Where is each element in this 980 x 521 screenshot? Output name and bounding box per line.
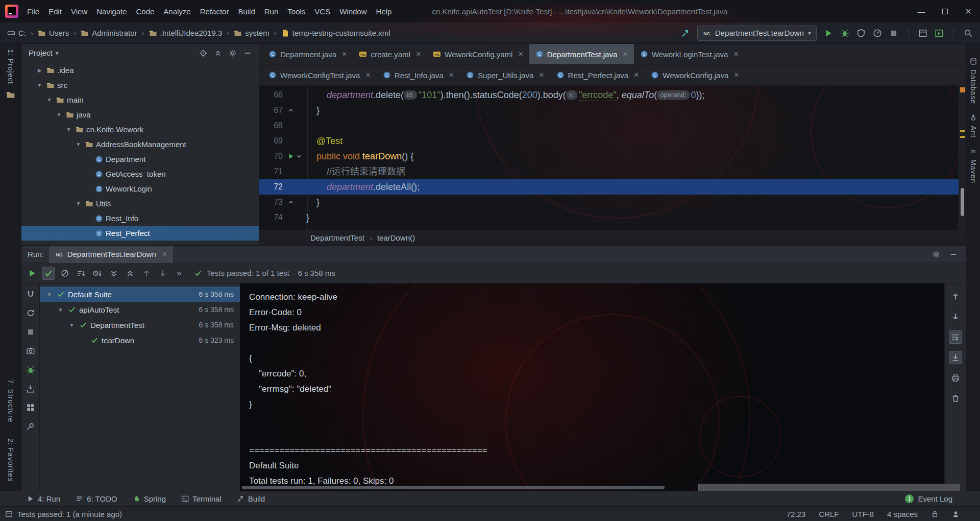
status-widget-3[interactable]: 4 spaces	[887, 510, 918, 518]
stripe-ant-button[interactable]: Ant	[969, 113, 977, 138]
expander-icon[interactable]: ▼	[67, 322, 76, 328]
menu-build[interactable]: Build	[233, 0, 259, 22]
close-icon[interactable]: ×	[733, 50, 738, 59]
breadcrumb-item[interactable]: system	[234, 29, 270, 37]
menu-run[interactable]: Run	[260, 0, 283, 22]
stripe-7-structure[interactable]: 7: Structure	[7, 380, 15, 422]
project-tree-item[interactable]: ▼java	[21, 107, 259, 122]
run-tab[interactable]: NG DepartmentTest.tearDown ×	[49, 246, 174, 263]
breadcrumb-item[interactable]: .IntelliJIdea2019.3	[149, 29, 223, 37]
project-stripe-button[interactable]: 1: Project	[6, 44, 15, 100]
search-everywhere-button[interactable]	[964, 29, 973, 38]
pin-button[interactable]	[25, 421, 36, 432]
breadcrumb-item[interactable]: Users	[38, 29, 69, 37]
hector-inspector-icon[interactable]	[952, 510, 960, 518]
more-actions-icon[interactable]: »	[173, 267, 186, 280]
scroll-up-button[interactable]	[949, 290, 962, 303]
expander-icon[interactable]: ▼	[64, 127, 73, 132]
clear-button[interactable]	[949, 392, 962, 405]
project-tree-item[interactable]: ▼Utils	[21, 196, 259, 211]
menu-vcs[interactable]: VCS	[310, 0, 335, 22]
collapse-all-button[interactable]	[214, 49, 222, 57]
show-passed-button[interactable]	[42, 267, 55, 280]
expand-all-button[interactable]	[107, 267, 120, 280]
expander-icon[interactable]: ▶	[35, 67, 44, 73]
menu-refactor[interactable]: Refactor	[195, 0, 234, 22]
console-output[interactable]: Connection: keep-aliveError-Code: 0Error…	[240, 283, 944, 491]
project-tree-item[interactable]: CGetAccess_token	[21, 167, 259, 181]
sort-alphabetically-button[interactable]	[75, 267, 88, 280]
editor-tab-weworklogintest-java[interactable]: CWeworkLoginTest.java×	[634, 44, 745, 64]
chevron-down-icon[interactable]: ▾	[56, 50, 59, 57]
run-config-selector[interactable]: NGDepartmentTest.tearDown▾	[697, 26, 817, 41]
settings-gear-icon[interactable]	[932, 250, 940, 258]
expander-icon[interactable]: ▼	[45, 292, 54, 297]
project-tree-item[interactable]: ▼main	[21, 92, 259, 107]
menu-view[interactable]: View	[66, 0, 92, 22]
project-tree-item[interactable]: CWeworkLogin	[21, 181, 259, 196]
stop-button[interactable]	[25, 326, 36, 338]
editor-tab-weworkconfigtest-java[interactable]: CWeworkConfigTest.java×	[262, 65, 377, 85]
stop-button[interactable]	[889, 29, 898, 38]
maximize-button[interactable]	[933, 0, 957, 22]
profiler-button[interactable]	[873, 29, 882, 38]
menu-tools[interactable]: Tools	[283, 0, 310, 22]
locate-button[interactable]	[199, 49, 207, 57]
warning-stripe-mark[interactable]	[960, 136, 965, 138]
breadcrumb-item[interactable]: C:	[7, 29, 26, 37]
minimize-button[interactable]: —	[910, 0, 933, 22]
previous-failed-button[interactable]	[140, 267, 153, 280]
breadcrumb-item[interactable]: Administrator	[81, 29, 137, 37]
toolwindow-button-run[interactable]: 4: Run	[27, 494, 60, 503]
readonly-lock-icon[interactable]	[931, 510, 939, 518]
close-button[interactable]: ×	[957, 0, 980, 22]
fold-region-icon[interactable]	[287, 199, 295, 206]
project-tree-item[interactable]: ▼src	[21, 78, 259, 92]
fold-region-icon[interactable]	[287, 107, 295, 114]
breadcrumb-item[interactable]: temp-testng-customsuite.xml	[281, 29, 390, 37]
code-editor[interactable]: 66 department.delete(id:"101").then().st…	[259, 86, 966, 230]
toolwindow-button-todo[interactable]: 6: TODO	[76, 494, 117, 503]
close-icon[interactable]: ×	[365, 70, 370, 80]
show-ignored-button[interactable]	[58, 267, 71, 280]
menu-edit[interactable]: Edit	[44, 0, 66, 22]
editor-tab-departmenttest-java[interactable]: CDepartmentTest.java×	[529, 44, 634, 64]
warning-stripe-mark[interactable]	[960, 87, 965, 92]
close-icon[interactable]: ×	[634, 70, 639, 80]
menu-navigate[interactable]: Navigate	[92, 0, 131, 22]
collapse-all-button[interactable]	[124, 267, 137, 280]
expander-icon[interactable]: ▼	[74, 201, 83, 206]
editor-tab-weworkconfig-java[interactable]: CWeworkConfig.java×	[645, 65, 745, 85]
stripe-2-favorites[interactable]: 2: Favorites	[7, 438, 15, 482]
test-tree-item[interactable]: ▼DepartmentTest6 s 358 ms	[40, 317, 240, 333]
stripe-maven-button[interactable]: mMaven	[969, 147, 977, 183]
close-icon[interactable]: ×	[342, 50, 347, 59]
expander-icon[interactable]: ▼	[74, 141, 83, 147]
restore-layout-button[interactable]	[25, 402, 36, 413]
menu-analyze[interactable]: Analyze	[159, 0, 195, 22]
settings-button[interactable]	[229, 49, 237, 57]
toolwindow-toggle-icon[interactable]	[5, 510, 13, 518]
editor-tab-rest_perfect-java[interactable]: CRest_Perfect.java×	[550, 65, 645, 85]
expander-icon[interactable]: ▼	[55, 112, 63, 117]
filter-button[interactable]	[25, 289, 36, 300]
stripe-database-button[interactable]: Database	[969, 57, 977, 104]
rerun-button[interactable]	[26, 267, 39, 280]
hide-button[interactable]	[243, 49, 252, 57]
menu-window[interactable]: Window	[335, 0, 371, 22]
sort-by-duration-button[interactable]	[91, 267, 104, 280]
project-tree-item[interactable]: ▼AddressBookManagement	[21, 137, 259, 152]
toolwindow-button-terminal[interactable]: Terminal	[181, 494, 222, 503]
debug-button[interactable]	[840, 29, 849, 38]
status-widget-2[interactable]: UTF-8	[852, 510, 874, 518]
test-tree-item[interactable]: tearDown6 s 323 ms	[40, 333, 240, 348]
close-icon[interactable]: ×	[623, 50, 627, 59]
dump-threads-button[interactable]	[25, 345, 36, 357]
test-tree-item[interactable]: ▼Default Suite6 s 358 ms	[40, 287, 240, 302]
expander-icon[interactable]: ▼	[56, 307, 65, 313]
scroll-down-button[interactable]	[949, 310, 962, 323]
test-tree-item[interactable]: ▼apiAutoTest6 s 358 ms	[40, 302, 240, 317]
editor-tab-department-java[interactable]: CDepartment.java×	[262, 44, 353, 64]
next-failed-button[interactable]	[156, 267, 169, 280]
project-tree-item[interactable]: CRest_Perfect	[21, 226, 259, 241]
